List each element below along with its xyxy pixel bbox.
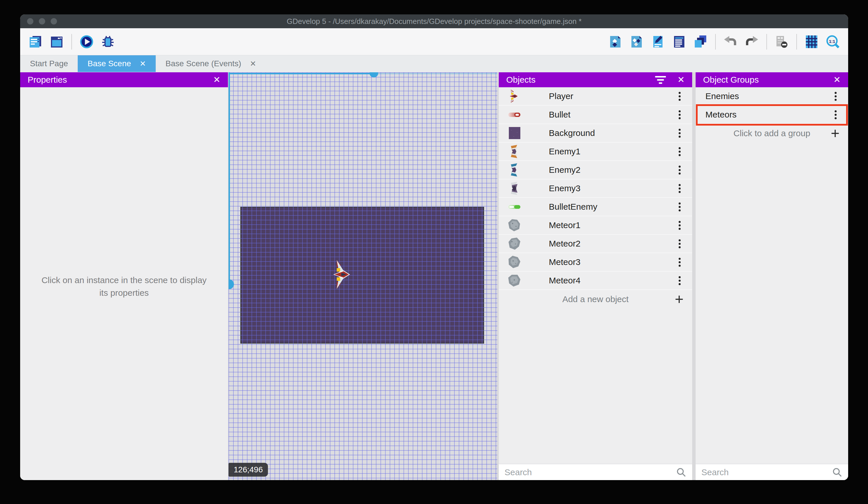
plus-icon[interactable]: +: [675, 292, 683, 307]
close-tab-icon[interactable]: ✕: [140, 59, 146, 68]
open-properties-button[interactable]: [650, 34, 666, 50]
add-object-button[interactable]: Add a new object +: [499, 290, 692, 309]
objects-panel-header: Objects ✕: [499, 72, 692, 87]
kebab-menu-icon[interactable]: [679, 243, 681, 245]
layers-icon: [694, 35, 707, 49]
object-thumbnail-icon: [507, 255, 521, 269]
object-row[interactable]: BulletEnemy: [499, 198, 692, 216]
add-group-label: Click to add a group: [734, 129, 810, 138]
play-button[interactable]: [79, 34, 95, 50]
object-thumbnail-icon: [507, 237, 521, 251]
close-tab-icon[interactable]: ✕: [250, 59, 256, 68]
kebab-menu-icon[interactable]: [835, 95, 837, 97]
zoom-window-button[interactable]: [51, 18, 57, 24]
tab-base-scene[interactable]: Base Scene ✕: [78, 55, 156, 72]
player-instance[interactable]: [331, 260, 354, 289]
undo-button[interactable]: [722, 34, 738, 50]
v-scrollbar-track: [228, 72, 230, 284]
kebab-menu-icon[interactable]: [679, 169, 681, 171]
properties-panel: Properties ✕ Click on an instance in the…: [20, 72, 228, 480]
objects-panel: Objects ✕ Player Bullet: [499, 72, 692, 480]
kebab-menu-icon[interactable]: [679, 261, 681, 263]
kebab-menu-icon[interactable]: [679, 188, 681, 190]
object-row[interactable]: Player: [499, 87, 692, 106]
objects-search-input[interactable]: [505, 467, 676, 477]
kebab-menu-icon[interactable]: [835, 114, 837, 116]
traffic-lights: [27, 14, 57, 28]
close-icon[interactable]: ✕: [678, 75, 685, 84]
panel-divider[interactable]: [692, 72, 696, 480]
close-window-button[interactable]: [27, 18, 33, 24]
scene-editor-icon: [50, 35, 64, 49]
kebab-menu-icon[interactable]: [679, 224, 681, 226]
kebab-menu-icon[interactable]: [679, 132, 681, 134]
kebab-menu-icon[interactable]: [679, 280, 681, 282]
debug-button[interactable]: [100, 34, 116, 50]
object-row[interactable]: Enemy3: [499, 179, 692, 198]
object-row[interactable]: Background: [499, 124, 692, 143]
search-icon: [676, 467, 686, 477]
group-row[interactable]: Meteors: [696, 106, 848, 124]
object-thumbnail-icon: [507, 108, 521, 122]
toolbar-separator: [715, 34, 716, 50]
tab-start-page[interactable]: Start Page: [20, 55, 78, 72]
kebab-menu-icon[interactable]: [679, 114, 681, 116]
project-manager-icon: [29, 35, 42, 49]
tab-bar: Start Page Base Scene ✕ Base Scene (Even…: [20, 55, 848, 72]
kebab-menu-icon[interactable]: [679, 95, 681, 97]
open-instances-list-button[interactable]: [671, 34, 687, 50]
project-manager-button[interactable]: [27, 34, 43, 50]
object-name: Bullet: [549, 110, 570, 120]
kebab-menu-icon[interactable]: [679, 206, 681, 208]
add-object-label: Add a new object: [562, 294, 629, 304]
object-row[interactable]: Meteor1: [499, 216, 692, 235]
object-groups-panel: Object Groups ✕ Enemies Meteors Cli: [696, 72, 848, 480]
tab-base-scene-events[interactable]: Base Scene (Events) ✕: [156, 55, 266, 72]
close-icon[interactable]: ✕: [834, 75, 841, 84]
toggle-grid-button[interactable]: [804, 34, 820, 50]
start-page-button[interactable]: [49, 34, 65, 50]
plus-icon[interactable]: +: [831, 126, 839, 141]
object-row[interactable]: Meteor3: [499, 253, 692, 272]
zoom-1-1-icon: 1:1: [826, 35, 840, 49]
app-window: GDevelop 5 - /Users/dkarakay/Documents/G…: [20, 14, 848, 480]
h-scrollbar-track: [374, 73, 497, 74]
object-name: Background: [549, 128, 595, 138]
main-toolbar: 1:1: [20, 28, 848, 55]
close-icon[interactable]: ✕: [213, 75, 220, 84]
object-row[interactable]: Enemy2: [499, 161, 692, 179]
open-objects-editor-button[interactable]: [607, 34, 623, 50]
mask-icon: [775, 35, 788, 49]
object-thumbnail-icon: [507, 163, 521, 177]
kebab-menu-icon[interactable]: [679, 151, 681, 153]
objects-list: Player Bullet Background: [499, 87, 692, 290]
groups-search-input[interactable]: [701, 467, 832, 477]
redo-button[interactable]: [744, 34, 760, 50]
panel-spacer: [499, 309, 692, 464]
filter-icon[interactable]: [655, 76, 666, 84]
window-title: GDevelop 5 - /Users/dkarakay/Documents/G…: [287, 17, 582, 26]
open-object-groups-button[interactable]: [629, 34, 645, 50]
group-row[interactable]: Enemies: [696, 87, 848, 106]
object-name: Enemy2: [549, 165, 580, 175]
object-thumbnail-icon: [507, 218, 521, 232]
object-name: Meteor2: [549, 239, 580, 249]
open-layers-button[interactable]: [692, 34, 709, 50]
cursor-coordinates: 126;496: [228, 463, 268, 477]
instances-list-icon: [672, 35, 686, 49]
zoom-original-button[interactable]: 1:1: [825, 34, 841, 50]
object-thumbnail-icon: [507, 89, 521, 103]
object-row[interactable]: Bullet: [499, 106, 692, 124]
object-row[interactable]: Meteor2: [499, 235, 692, 253]
scene-canvas[interactable]: 126;496: [228, 72, 497, 480]
object-groups-panel-header: Object Groups ✕: [696, 72, 848, 87]
object-row[interactable]: Enemy1: [499, 143, 692, 161]
add-group-button[interactable]: Click to add a group +: [696, 124, 848, 143]
svg-text:1:1: 1:1: [829, 39, 835, 44]
object-row[interactable]: Meteor4: [499, 272, 692, 290]
object-name: Enemy3: [549, 183, 580, 193]
toggle-instances-mask-button[interactable]: [774, 34, 790, 50]
debug-icon: [101, 35, 115, 49]
object-name: Enemy1: [549, 147, 580, 157]
minimize-window-button[interactable]: [39, 18, 45, 24]
